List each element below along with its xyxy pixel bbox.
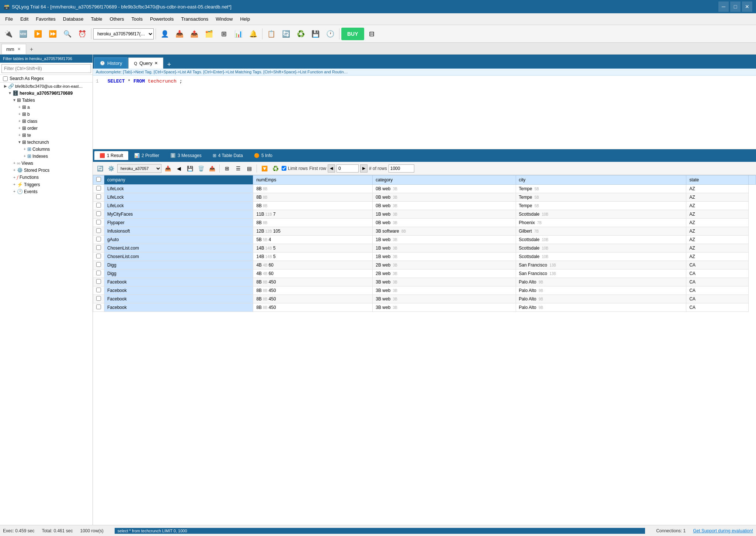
col-header-company[interactable]: company (104, 175, 253, 185)
table-row[interactable]: Digg 4B4B 60 2B web 3B San Francisco 13B… (93, 269, 756, 278)
toolbar-new-btn[interactable]: 🆕 (16, 27, 30, 41)
query-editor[interactable]: 1 SELECT * FROM techcrunch ; (93, 76, 756, 149)
doc-tab-mm-close[interactable]: ✕ (17, 47, 21, 52)
toolbar-backup-btn[interactable]: 💾 (309, 27, 323, 41)
minimize-button[interactable]: ─ (718, 1, 729, 12)
tree-node-tables[interactable]: ▼ ⊞ Tables (0, 97, 93, 104)
tree-node-table-a[interactable]: + ⊞ a (0, 104, 93, 111)
row-check-6[interactable] (93, 236, 104, 244)
row-check-11[interactable] (93, 278, 104, 286)
row-check-0[interactable] (93, 185, 104, 193)
toolbar-schedule-btn[interactable]: ⏰ (75, 27, 89, 41)
row-check-2[interactable] (93, 202, 104, 210)
filter-input[interactable] (1, 64, 91, 73)
limit-rows-checkbox[interactable] (282, 166, 286, 171)
menu-window[interactable]: Window (212, 15, 236, 23)
rt-db-selector[interactable]: heroku_a37057 (117, 164, 161, 173)
menu-help[interactable]: Help (236, 15, 254, 23)
table-row[interactable]: ChosenList.com 14B14B 5 1B web 3B Scotts… (93, 253, 756, 261)
tree-node-database[interactable]: ▼ 🗄️ heroku_a3705796f170689 (0, 90, 93, 97)
num-rows-input[interactable] (389, 164, 414, 173)
toolbar-import-btn[interactable]: 📥 (173, 27, 187, 41)
search-regex-checkbox[interactable] (3, 76, 8, 81)
rt-save-btn[interactable]: 💾 (185, 164, 195, 173)
toolbar-export-btn[interactable]: 📤 (187, 27, 201, 41)
first-row-input[interactable] (337, 164, 359, 173)
table-row[interactable]: Facebook 8B8B 450 3B web 3B Palo Alto 9B… (93, 286, 756, 295)
tree-node-table-b[interactable]: + ⊞ b (0, 111, 93, 118)
tree-node-table-class[interactable]: + ⊞ class (0, 118, 93, 125)
row-check-9[interactable] (93, 261, 104, 269)
close-button[interactable]: ✕ (742, 1, 752, 12)
rt-next-page-btn[interactable]: ▶ (360, 164, 367, 173)
menu-others[interactable]: Others (106, 15, 128, 23)
table-row[interactable]: LifeLock 8B8B 0B web 3B Tempe 5B AZ (93, 193, 756, 202)
col-header-city[interactable]: city (516, 175, 686, 185)
row-check-4[interactable] (93, 219, 104, 227)
menu-database[interactable]: Database (59, 15, 87, 23)
rt-list-btn[interactable]: ☰ (233, 164, 243, 173)
col-header-category[interactable]: category (373, 175, 516, 185)
col-header-state[interactable]: state (686, 175, 749, 185)
toolbar-schema-btn[interactable]: 🗂️ (202, 27, 216, 41)
data-table-wrap[interactable]: company numEmps category city state Life… (93, 175, 756, 525)
menu-transactions[interactable]: Transactions (177, 15, 212, 23)
doc-tab-add-button[interactable]: + (26, 45, 37, 54)
toolbar-connect-btn[interactable]: 🔌 (1, 27, 15, 41)
window-controls[interactable]: ─ □ ✕ (718, 1, 752, 12)
results-tab-result[interactable]: 🟥 1 Result (94, 151, 128, 160)
table-row[interactable]: Digg 4B4B 60 2B web 3B San Francisco 13B… (93, 261, 756, 269)
toolbar-chart-btn[interactable]: 📊 (231, 27, 245, 41)
rt-import-btn[interactable]: 📥 (163, 164, 173, 173)
row-check-5[interactable] (93, 227, 104, 236)
maximize-button[interactable]: □ (730, 1, 741, 12)
db-selector[interactable]: heroku_a3705796f17(… (93, 28, 154, 39)
tree-node-columns[interactable]: + ⊞ Columns (0, 146, 93, 153)
col-header-numemps[interactable]: numEmps (253, 175, 373, 185)
menu-edit[interactable]: Edit (17, 15, 32, 23)
rt-delete-btn[interactable]: 🗑️ (196, 164, 206, 173)
table-row[interactable]: Facebook 8B8B 450 3B web 3B Palo Alto 9B… (93, 303, 756, 312)
query-tab-add-button[interactable]: + (164, 61, 174, 69)
toolbar-layout-btn[interactable]: ⊟ (365, 27, 379, 41)
results-tab-profiler[interactable]: 📊 2 Profiler (129, 151, 164, 160)
query-tab-history[interactable]: 🕐 History (94, 58, 128, 69)
tree-node-triggers[interactable]: + ⚡ Triggers (0, 181, 93, 188)
doc-tab-mm[interactable]: mm ✕ (1, 44, 26, 54)
menu-powertools[interactable]: Powertools (146, 15, 177, 23)
rt-prev-btn[interactable]: ◀ (174, 164, 184, 173)
menu-file[interactable]: File (1, 15, 17, 23)
query-tab-query[interactable]: Q Query ✕ (128, 58, 163, 69)
toolbar-explain-btn[interactable]: 🔍 (60, 27, 74, 41)
tree-node-stored-procs[interactable]: + ⚙️ Stored Procs (0, 167, 93, 174)
table-row[interactable]: MyCityFaces 11B11B 7 1B web 3B Scottsdal… (93, 210, 756, 219)
toolbar-sync-btn[interactable]: 🔄 (279, 27, 293, 41)
row-check-10[interactable] (93, 269, 104, 278)
rt-prev-page-btn[interactable]: ◀ (328, 164, 335, 173)
menu-table[interactable]: Table (87, 15, 106, 23)
tree-node-connection[interactable]: ▶ 🔗 bfe9b3cfbc3470@us-cdbr-iron-east… (0, 83, 93, 90)
rt-config-btn[interactable]: ⚙️ (106, 164, 116, 173)
menu-tools[interactable]: Tools (128, 15, 146, 23)
tree-node-events[interactable]: + 🕐 Events (0, 188, 93, 195)
table-row[interactable]: ChosenList.com 14B14B 5 1B web 3B Scotts… (93, 244, 756, 253)
toolbar-run-all-btn[interactable]: ⏩ (46, 27, 60, 41)
table-row[interactable]: LifeLock 8B8B 0B web 3B Tempe 5B AZ (93, 185, 756, 193)
row-check-7[interactable] (93, 244, 104, 253)
rt-refresh-btn[interactable]: 🔄 (95, 164, 105, 173)
rt-grid-btn[interactable]: ⊞ (222, 164, 232, 173)
toolbar-format-btn[interactable]: 📋 (264, 27, 278, 41)
tree-node-table-techcrunch[interactable]: ▼ ⊞ techcrunch (0, 139, 93, 146)
table-row[interactable]: Facebook 8B8B 450 3B web 3B Palo Alto 9B… (93, 295, 756, 303)
row-check-13[interactable] (93, 295, 104, 303)
row-check-3[interactable] (93, 210, 104, 219)
tree-node-functions[interactable]: + 𝑓 Functions (0, 174, 93, 181)
search-regex-row[interactable]: Search As Regex (0, 75, 93, 83)
results-tab-messages[interactable]: ℹ️ 3 Messages (165, 151, 207, 160)
toolbar-history-btn[interactable]: 🕐 (323, 27, 337, 41)
rt-form-btn[interactable]: ▤ (244, 164, 254, 173)
row-check-12[interactable] (93, 286, 104, 295)
tree-node-views[interactable]: + ∞ Views (0, 160, 93, 167)
table-row[interactable]: Infusionsoft 12B12B 105 3B software 8B G… (93, 227, 756, 236)
toolbar-run-btn[interactable]: ▶️ (31, 27, 45, 41)
